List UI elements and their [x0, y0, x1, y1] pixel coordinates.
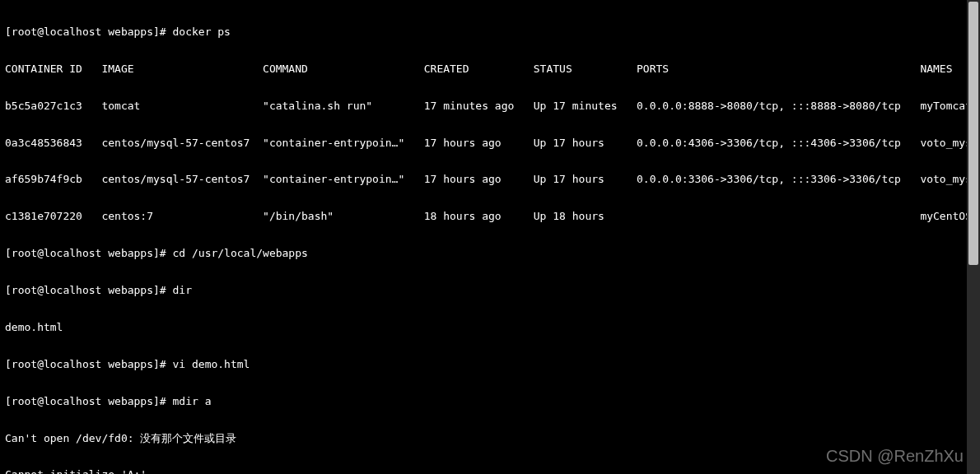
terminal-line: [root@localhost webapps]# vi demo.html [5, 359, 975, 371]
terminal-line: b5c5a027c1c3 tomcat "catalina.sh run" 17… [5, 100, 975, 113]
terminal-line: 0a3c48536843 centos/mysql-57-centos7 "co… [5, 137, 975, 150]
terminal-line: [root@localhost webapps]# docker ps [5, 26, 975, 39]
terminal-line: [root@localhost webapps]# dir [5, 285, 975, 297]
scrollbar[interactable] [967, 0, 980, 474]
terminal-line: demo.html [5, 322, 975, 334]
terminal-line: Can't open /dev/fd0: 没有那个文件或目录 [5, 433, 975, 445]
terminal-line: c1381e707220 centos:7 "/bin/bash" 18 hou… [5, 211, 975, 223]
scrollbar-thumb[interactable] [968, 2, 978, 265]
terminal-line: af659b74f9cb centos/mysql-57-centos7 "co… [5, 174, 975, 186]
terminal-line: Cannot initialize 'A:' [5, 469, 975, 474]
terminal-output[interactable]: [root@localhost webapps]# docker ps CONT… [0, 0, 980, 474]
terminal-line: CONTAINER ID IMAGE COMMAND CREATED STATU… [5, 63, 975, 76]
terminal-line: [root@localhost webapps]# mdir a [5, 396, 975, 408]
terminal-line: [root@localhost webapps]# cd /usr/local/… [5, 248, 975, 260]
